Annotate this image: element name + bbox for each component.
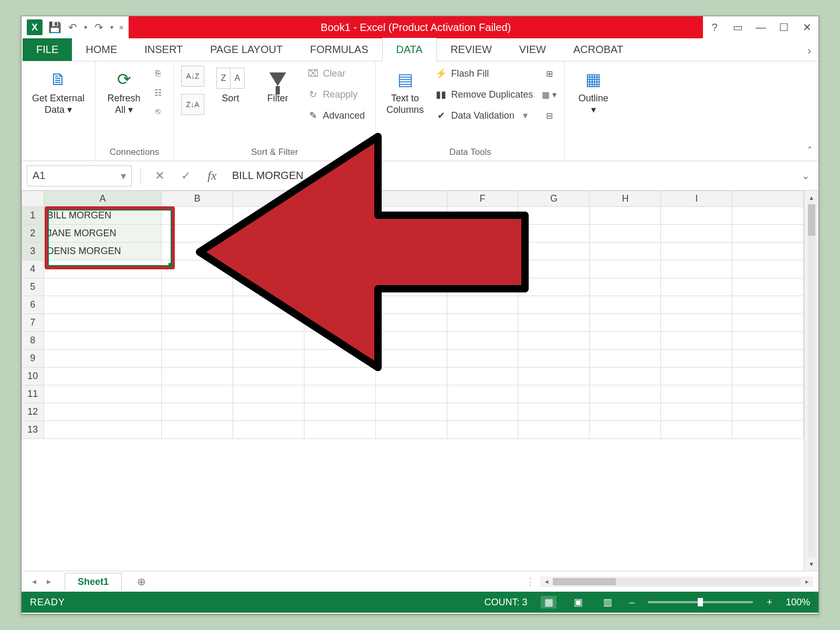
cell[interactable] xyxy=(590,260,661,278)
cell[interactable] xyxy=(447,207,518,225)
row-header[interactable]: 13 xyxy=(22,421,44,439)
cell[interactable] xyxy=(304,332,376,350)
cell[interactable] xyxy=(375,332,447,350)
cell[interactable] xyxy=(162,350,233,368)
cell[interactable] xyxy=(590,243,661,260)
cell[interactable] xyxy=(518,260,590,278)
ribbon-display-options-icon[interactable]: ▭ xyxy=(726,16,749,38)
tab-split-handle[interactable]: ⋮ xyxy=(520,576,540,587)
cell[interactable] xyxy=(518,278,590,296)
cell[interactable] xyxy=(233,403,304,421)
cell[interactable] xyxy=(233,350,304,368)
cell[interactable] xyxy=(447,421,518,439)
cell[interactable] xyxy=(162,278,233,296)
cell[interactable] xyxy=(44,350,162,368)
cell[interactable] xyxy=(44,332,162,350)
cell[interactable] xyxy=(732,243,804,260)
view-page-layout-icon[interactable]: ▣ xyxy=(570,596,586,608)
cell[interactable] xyxy=(304,207,376,225)
name-box[interactable]: A1 ▾ xyxy=(27,165,132,186)
cell[interactable] xyxy=(661,243,732,260)
scroll-right-icon[interactable]: ▸ xyxy=(801,578,813,585)
cell[interactable] xyxy=(661,278,732,296)
cell[interactable] xyxy=(661,225,732,243)
cell[interactable] xyxy=(233,207,304,225)
relationships-icon[interactable]: ⊟ xyxy=(541,108,557,123)
cell[interactable] xyxy=(732,296,804,314)
column-header[interactable] xyxy=(375,191,447,207)
column-header[interactable]: B xyxy=(162,191,233,207)
formula-input[interactable] xyxy=(228,165,792,186)
cell[interactable] xyxy=(304,260,376,278)
cell[interactable] xyxy=(375,278,447,296)
minimize-button[interactable]: — xyxy=(749,16,772,38)
cell[interactable] xyxy=(590,421,661,439)
flash-fill-button[interactable]: ⚡Flash Fill xyxy=(432,66,536,81)
qat-customize-icon[interactable]: ≡ xyxy=(116,18,127,36)
cell[interactable] xyxy=(518,314,590,332)
cell[interactable] xyxy=(590,403,661,421)
cell[interactable] xyxy=(590,385,661,403)
cell[interactable] xyxy=(732,421,804,439)
cell[interactable] xyxy=(304,278,376,296)
tab-view[interactable]: VIEW xyxy=(506,38,560,61)
cell[interactable] xyxy=(590,314,661,332)
cell[interactable]: BILL MORGEN xyxy=(44,207,162,225)
cell[interactable] xyxy=(447,403,518,421)
column-header[interactable]: F xyxy=(447,191,518,207)
sheet-tab-active[interactable]: Sheet1 xyxy=(65,573,122,591)
cell[interactable] xyxy=(447,350,518,368)
cell[interactable] xyxy=(661,350,732,368)
hscroll-thumb[interactable] xyxy=(553,578,616,585)
sort-az-button[interactable]: A↓Z xyxy=(181,66,204,87)
cell[interactable] xyxy=(518,243,590,260)
row-header[interactable]: 8 xyxy=(22,332,44,350)
cell[interactable] xyxy=(661,385,732,403)
cell[interactable] xyxy=(661,368,732,385)
cell[interactable] xyxy=(518,385,590,403)
refresh-all-button[interactable]: ⟳ Refresh All ▾ xyxy=(103,66,145,118)
connections-icon[interactable]: ⎘ xyxy=(150,66,166,81)
hscroll-track[interactable] xyxy=(553,578,801,585)
cell[interactable] xyxy=(447,225,518,243)
row-header[interactable]: 2 xyxy=(22,225,44,243)
cell[interactable] xyxy=(304,368,376,385)
cell[interactable] xyxy=(590,278,661,296)
cell[interactable] xyxy=(447,260,518,278)
cell[interactable] xyxy=(518,207,590,225)
filter-button[interactable]: Filter xyxy=(257,66,299,107)
reapply-filter-button[interactable]: ↻Reapply xyxy=(304,87,368,102)
column-header[interactable]: G xyxy=(518,191,590,207)
cell[interactable] xyxy=(518,350,590,368)
cell[interactable] xyxy=(375,403,447,421)
horizontal-scrollbar[interactable]: ◂ ▸ xyxy=(540,576,813,587)
cell[interactable] xyxy=(375,385,447,403)
get-external-data-button[interactable]: 🗎 Get External Data ▾ xyxy=(29,66,88,118)
edit-links-icon[interactable]: ⎋ xyxy=(150,103,166,119)
cell[interactable] xyxy=(233,314,304,332)
cell[interactable] xyxy=(661,314,732,332)
cell[interactable] xyxy=(44,314,162,332)
row-header[interactable]: 1 xyxy=(22,207,44,225)
cell[interactable] xyxy=(375,421,447,439)
cell[interactable] xyxy=(447,332,518,350)
cell[interactable] xyxy=(233,332,304,350)
column-header[interactable]: I xyxy=(661,191,732,207)
zoom-slider[interactable] xyxy=(648,601,753,603)
cell[interactable] xyxy=(162,314,233,332)
save-icon[interactable]: 💾 xyxy=(46,18,64,36)
insert-function-icon[interactable]: fx xyxy=(202,165,223,186)
cell[interactable] xyxy=(375,207,447,225)
view-normal-icon[interactable]: ▦ xyxy=(541,596,556,608)
cancel-formula-icon[interactable]: ✕ xyxy=(149,165,170,186)
cell[interactable] xyxy=(518,368,590,385)
data-validation-button[interactable]: ✔Data Validation▾ xyxy=(432,108,536,123)
cell[interactable]: DENIS MORGEN xyxy=(44,243,162,260)
row-header[interactable]: 10 xyxy=(22,368,44,385)
cell[interactable] xyxy=(44,296,162,314)
cell[interactable] xyxy=(661,421,732,439)
cell[interactable] xyxy=(44,260,162,278)
scroll-track[interactable] xyxy=(808,204,815,557)
cell[interactable] xyxy=(447,314,518,332)
select-all-corner[interactable] xyxy=(22,191,44,207)
